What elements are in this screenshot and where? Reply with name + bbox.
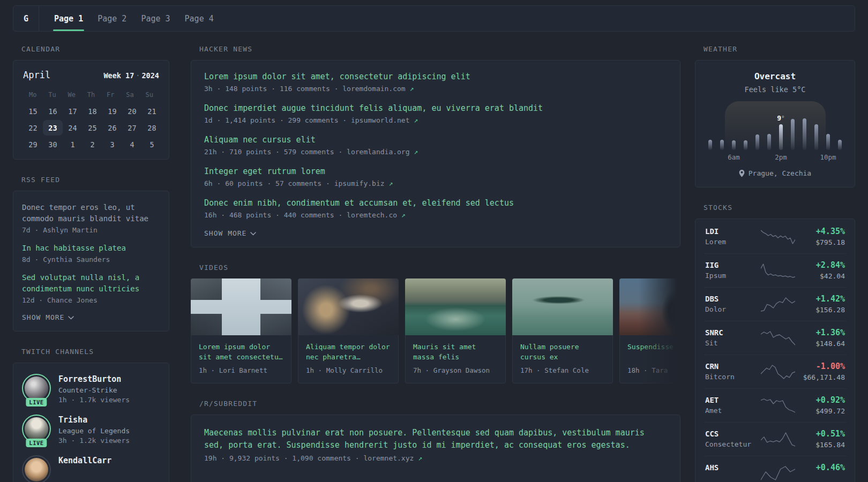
hackernews-item-domain[interactable]: ipsumify.biz ↗ (334, 179, 393, 187)
video-card[interactable]: Mauris sit amet massa felis 7h · Grayson… (405, 278, 506, 383)
video-card[interactable]: Lorem ipsum dolor sit amet consectetu… 1… (191, 278, 291, 383)
rss-list: Donec tempor eros leo, ut commodo mauris… (22, 202, 160, 304)
stock-price: $42.04 (795, 272, 845, 281)
hackernews-item-link[interactable]: Donec enim nibh, condimentum et accumsan… (204, 198, 667, 208)
calendar-day-number: 29 (23, 137, 43, 152)
external-link-icon: ↗ (418, 454, 422, 462)
video-card[interactable]: Suspendisse diam 18h · Tara (619, 278, 680, 383)
video-thumbnail[interactable] (191, 278, 291, 335)
videos-carousel: Lorem ipsum dolor sit amet consectetu… 1… (191, 278, 680, 383)
dashboard-page: G Page 1Page 2Page 3Page 4 CALENDAR Apri… (0, 0, 868, 482)
calendar-day-cell: 28 (142, 119, 162, 136)
weather-hourly-chart: 9° (705, 103, 846, 150)
rss-item-link[interactable]: Sed volutpat nulla nisl, a condimentum n… (22, 272, 160, 295)
stocks-widget: STOCKS LDI Lorem +4.35% $795.18 (695, 204, 855, 482)
calendar-day-cell: 22 (23, 119, 43, 136)
calendar-day-cell: 3 (102, 136, 122, 153)
external-link-icon: ↗ (414, 148, 418, 156)
stock-change-percent: +2.84% (795, 260, 845, 270)
weekday-label: Sa (120, 89, 139, 103)
rss-item-link[interactable]: Donec tempor eros leo, ut commodo mauris… (22, 202, 160, 224)
video-meta: 1h · Molly Carrillo (298, 362, 398, 383)
weather-temp-bar (767, 134, 771, 150)
hackernews-item: Integer eget rutrum lorem 6h · 60 points… (204, 166, 667, 187)
hackernews-item-domain[interactable]: ipsumworld.net ↗ (351, 116, 418, 124)
hackernews-item-stats: 1d · 1,414 points · 299 comments · (204, 116, 351, 124)
hackernews-item-link[interactable]: Donec imperdiet augue tincidunt felis al… (204, 103, 667, 114)
hackernews-item-meta: 1d · 1,414 points · 299 comments · ipsum… (204, 116, 667, 124)
video-card[interactable]: Nullam posuere cursus ex 17h · Stefan Co… (512, 278, 613, 383)
videos-widget-title: VIDEOS (199, 263, 680, 272)
stock-identity: CCS Consectetur (705, 430, 761, 449)
hackernews-item-meta: 3h · 148 points · 116 comments · loremdo… (204, 85, 667, 93)
subreddit-post-link[interactable]: Maecenas mollis pulvinar erat non posuer… (204, 427, 667, 451)
video-thumbnail[interactable] (619, 278, 680, 335)
video-title-link[interactable]: Suspendisse diam (620, 335, 680, 362)
twitch-channel-name[interactable]: Trisha (58, 415, 130, 425)
twitch-channel-info: ForrestBurton Counter-Strike 1h · 1.7k v… (58, 374, 130, 404)
calendar-day-number: 1 (63, 137, 83, 152)
time-axis-label: 2pm (775, 153, 787, 161)
weekday-label: Tu (42, 89, 62, 103)
rss-show-more-button[interactable]: SHOW MORE (22, 313, 74, 321)
stock-name: Amet (705, 406, 761, 415)
twitch-channel-row[interactable]: KendallCarr (22, 455, 160, 482)
stock-price: $66,171.48 (795, 373, 845, 382)
hackernews-item-domain[interactable]: loremdomain.com ↗ (342, 85, 414, 93)
weather-hour-column (716, 103, 728, 150)
hackernews-item-domain[interactable]: loremtech.co ↗ (347, 211, 406, 219)
stock-identity: DBS Dolor (705, 295, 761, 314)
hackernews-item-link[interactable]: Aliquam nec cursus elit (204, 134, 667, 145)
rss-item-link[interactable]: In hac habitasse platea (22, 243, 160, 254)
domain-text: ipsumworld.net (351, 116, 410, 124)
stock-price: $165.84 (795, 441, 845, 449)
calendar-day-cell: 27 (122, 119, 142, 136)
weather-temp-bar (744, 140, 747, 150)
weather-hour-column (764, 103, 775, 150)
twitch-channel-row[interactable]: LIVE Trisha League of Legends 3h · 1.2k … (22, 415, 160, 445)
twitch-channel-row[interactable]: LIVE ForrestBurton Counter-Strike 1h · 1… (22, 374, 160, 404)
hackernews-item-stats: 3h · 148 points · 116 comments · (204, 85, 342, 93)
hackernews-item: Aliquam nec cursus elit 21h · 710 points… (204, 134, 667, 156)
hackernews-item-link[interactable]: Lorem ipsum dolor sit amet, consectetur … (204, 71, 667, 82)
twitch-channel-name[interactable]: KendallCarr (58, 456, 111, 465)
twitch-channel-name[interactable]: ForrestBurton (58, 374, 130, 384)
stock-numbers: +4.35% $795.18 (795, 227, 845, 247)
video-thumbnail[interactable] (298, 278, 399, 335)
calendar-day-cell: 19 (102, 103, 122, 119)
video-title-link[interactable]: Mauris sit amet massa felis (406, 335, 505, 362)
video-meta: 17h · Stefan Cole (513, 362, 612, 383)
subreddit-post-domain[interactable]: loremnet.xyz ↗ (363, 454, 422, 462)
nav-tab[interactable]: Page 1 (53, 6, 84, 31)
hackernews-item-stats: 6h · 60 points · 57 comments · (204, 179, 334, 187)
stock-row: DBS Dolor +1.42% $156.28 (704, 287, 846, 321)
dashboard-columns: CALENDAR April Week 17·2024 MoTuWeThFrSa… (13, 45, 855, 482)
hackernews-show-more-button[interactable]: SHOW MORE (204, 229, 256, 237)
twitch-channel-info: KendallCarr (58, 455, 111, 482)
hackernews-widget-title: HACKER NEWS (199, 45, 680, 53)
video-title-link[interactable]: Lorem ipsum dolor sit amet consectetu… (191, 335, 291, 362)
nav-tab[interactable]: Page 2 (96, 6, 128, 31)
video-meta: 7h · Grayson Dawson (406, 362, 505, 383)
calendar-day-cell: 30 (43, 136, 63, 153)
degree-symbol: ° (781, 115, 785, 122)
twitch-channel-category[interactable]: Counter-Strike (58, 386, 130, 394)
hackernews-item-link[interactable]: Integer eget rutrum lorem (204, 166, 667, 177)
weather-hour-column (728, 103, 740, 150)
twitch-channel-category[interactable]: League of Legends (58, 427, 130, 435)
nav-tab[interactable]: Page 4 (184, 6, 215, 31)
stock-name: Sit (705, 339, 761, 348)
video-title-link[interactable]: Nullam posuere cursus ex (513, 335, 612, 362)
app-logo[interactable]: G (13, 6, 39, 31)
video-meta: 18h · Tara (620, 362, 680, 383)
video-thumbnail[interactable] (512, 278, 613, 335)
stock-ticker: AHS (705, 463, 761, 472)
nav-tab[interactable]: Page 3 (140, 6, 171, 31)
video-thumbnail[interactable] (405, 278, 506, 335)
video-title-link[interactable]: Aliquam tempor dolor nec pharetra… (298, 335, 398, 362)
video-card[interactable]: Aliquam tempor dolor nec pharetra… 1h · … (298, 278, 399, 383)
subreddit-post-stats: 19h · 9,932 points · 1,090 comments · (204, 454, 363, 462)
calendar-month: April (23, 70, 50, 80)
hackernews-item-domain[interactable]: loremlandia.org ↗ (347, 148, 418, 156)
avatar (25, 376, 48, 400)
